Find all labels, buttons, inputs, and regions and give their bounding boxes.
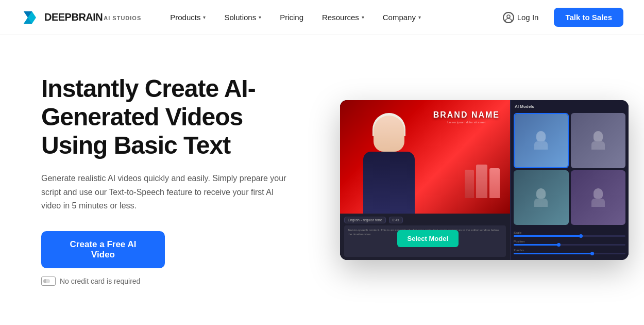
lipstick-2 [476,165,487,198]
model-face-1 [515,114,568,167]
mf-head-3 [536,188,546,199]
nav-resources[interactable]: Resources ▾ [314,9,372,26]
hero-title: Instantly Create AI-Generated Videos Usi… [41,74,309,160]
create-free-video-button[interactable]: Create a Free AI Video [41,231,165,268]
talk-to-sales-button[interactable]: Talk to Sales [554,8,623,27]
control-bar-top: English - regular tone 0:4s [344,217,506,223]
position-thumb [557,243,561,247]
mf-head-4 [594,188,603,199]
editor-video-area: BRAND NAME Lorem ipsum dolor sit a met [340,100,510,214]
solutions-chevron-icon: ▾ [259,14,261,20]
language-selector[interactable]: English - regular tone [344,217,386,223]
mf-head-2 [594,131,603,141]
scale-slider[interactable] [514,235,625,237]
time-display: 0:4s [389,217,403,223]
credit-card-icon [41,277,56,286]
model-card-3[interactable] [514,170,569,225]
panel-title: AI Models [514,104,625,109]
nav-company[interactable]: Company ▾ [375,9,429,26]
zindex-control: Z-index [514,249,625,254]
select-model-button[interactable]: Select Model [397,230,459,247]
company-chevron-icon: ▾ [418,14,421,20]
nav-products[interactable]: Products ▾ [162,9,214,26]
nav-right: Log In Talk to Sales [496,8,623,27]
mf-body-2 [591,141,605,150]
model-face-4 [571,170,626,225]
brand-overlay: BRAND NAME Lorem ipsum dolor sit a met [433,110,500,124]
brand-name-text: BRAND NAME [433,110,500,120]
mf-body-4 [591,199,605,207]
nav-links: Products ▾ Solutions ▾ Pricing Resources… [162,9,495,26]
mf-head-1 [536,131,546,141]
ai-person-avatar [355,116,422,214]
zindex-slider[interactable] [514,253,625,254]
mf-body-3 [534,199,548,207]
nav-solutions[interactable]: Solutions ▾ [216,9,269,26]
resources-chevron-icon: ▾ [362,14,364,20]
scale-control: Scale [514,231,625,237]
lipstick-products [465,165,500,198]
brand-subtitle: Lorem ipsum dolor sit a met [433,121,500,124]
nav-pricing[interactable]: Pricing [272,9,312,26]
position-fill [514,244,558,246]
logo-link[interactable]: DEEPBRAINAI STUDIOS [21,8,141,27]
products-chevron-icon: ▾ [203,14,206,20]
no-credit-card-notice: No credit card is required [41,277,309,286]
logo-icon [21,8,39,27]
model-card-1[interactable] [514,113,569,168]
login-button[interactable]: Log In [496,8,546,27]
mf-body-1 [534,141,548,150]
model-face-2 [571,113,626,168]
model-silhouette-2 [591,131,605,150]
zindex-fill [514,253,592,254]
lipstick-1 [465,170,474,198]
hero-right: BRAND NAME Lorem ipsum dolor sit a met [340,100,629,260]
zindex-thumb [590,252,594,255]
main-content: Instantly Create AI-Generated Videos Usi… [0,35,644,325]
position-control: Position [514,240,625,246]
person-head [374,116,404,152]
model-silhouette-3 [534,188,548,207]
navbar: DEEPBRAINAI STUDIOS Products ▾ Solutions… [0,0,644,35]
scale-thumb [579,234,583,238]
editor-right-panel: AI Models [510,100,629,260]
user-icon [503,12,514,23]
hero-description: Generate realistic AI videos quickly and… [41,172,294,213]
model-card-2[interactable] [571,113,626,168]
svg-point-3 [507,15,510,18]
scale-label: Scale [514,231,625,234]
position-slider[interactable] [514,244,625,246]
person-body [363,152,415,214]
editor-main-panel: BRAND NAME Lorem ipsum dolor sit a met [340,100,510,260]
model-face-3 [514,170,569,225]
hero-left: Instantly Create AI-Generated Videos Usi… [41,74,309,286]
scale-fill [514,235,581,237]
logo-ai: AI STUDIOS [104,15,141,21]
model-card-4[interactable] [571,170,626,225]
zindex-label: Z-index [514,249,625,252]
lipstick-3 [489,168,500,198]
model-silhouette-1 [534,131,548,150]
model-silhouette-4 [591,188,605,207]
editor-screenshot: BRAND NAME Lorem ipsum dolor sit a met [340,100,629,260]
logo-brand: DEEPBRAIN [44,11,103,23]
ai-model-grid [514,113,625,225]
position-label: Position [514,240,625,243]
panel-property-controls: Scale Position Z-ind [514,231,625,254]
